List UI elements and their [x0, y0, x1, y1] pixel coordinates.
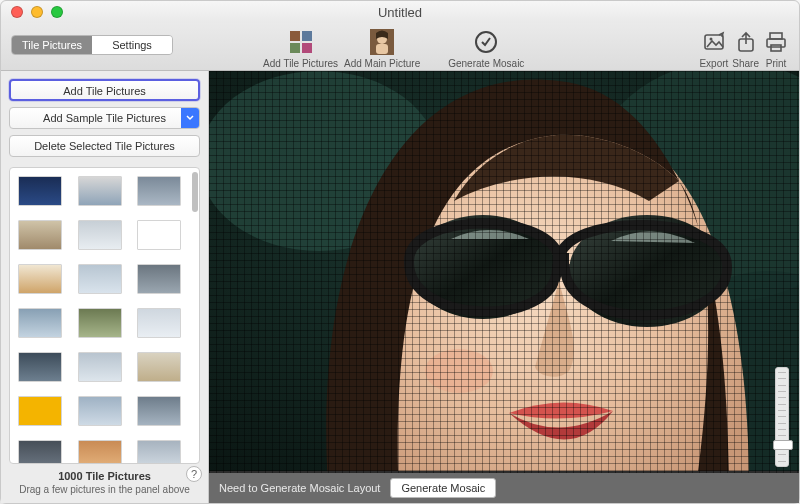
tile-thumbnails-grid[interactable]	[10, 168, 191, 463]
svg-rect-11	[770, 33, 782, 39]
tile-count-label: 1000 Tile Pictures	[9, 470, 200, 482]
toolbar: Tile Pictures Settings Add Tile Pictures…	[1, 23, 799, 71]
toolbar-group-print: Print	[763, 27, 789, 69]
tile-thumbnail[interactable]	[78, 308, 122, 338]
tile-thumbnail[interactable]	[18, 396, 62, 426]
help-icon[interactable]: ?	[186, 466, 202, 482]
window-title: Untitled	[1, 5, 799, 20]
share-icon[interactable]	[733, 29, 759, 55]
tile-thumbnail[interactable]	[78, 440, 122, 463]
toolbar-group-add-main: Add Main Picture	[344, 27, 420, 69]
tile-thumbnail[interactable]	[137, 396, 181, 426]
svg-rect-13	[771, 45, 781, 51]
toolbar-label: Share	[732, 58, 759, 69]
zoom-slider[interactable]	[775, 367, 789, 467]
content-area: Add Tile Pictures Add Sample Tile Pictur…	[1, 71, 799, 503]
app-window: Untitled Tile Pictures Settings Add Tile…	[0, 0, 800, 504]
svg-rect-1	[302, 31, 312, 41]
tile-thumbnail[interactable]	[78, 264, 122, 294]
sidebar-footer: ? 1000 Tile Pictures Drag a few pictures…	[9, 464, 200, 495]
tile-thumbnail[interactable]	[18, 264, 62, 294]
view-segmented-control: Tile Pictures Settings	[11, 35, 173, 55]
tile-thumbnail[interactable]	[137, 220, 181, 250]
svg-rect-6	[376, 44, 388, 54]
tile-thumbnail[interactable]	[137, 264, 181, 294]
tile-thumbnail[interactable]	[18, 220, 62, 250]
titlebar: Untitled	[1, 1, 799, 23]
main-canvas-area: Need to Generate Mosaic Layout Generate …	[209, 71, 799, 503]
tile-thumbnail[interactable]	[78, 176, 122, 206]
print-icon[interactable]	[763, 29, 789, 55]
chevron-down-icon[interactable]	[181, 108, 199, 128]
tile-thumbnails-well	[9, 167, 200, 464]
mosaic-canvas[interactable]	[209, 71, 799, 473]
toolbar-label: Add Main Picture	[344, 58, 420, 69]
sidebar-hint: Drag a few pictures in the panel above	[9, 484, 200, 495]
tile-grid-icon[interactable]	[288, 29, 314, 55]
tile-thumbnail[interactable]	[78, 396, 122, 426]
status-bar: Need to Generate Mosaic Layout Generate …	[209, 473, 799, 503]
scrollbar-track[interactable]	[192, 172, 198, 459]
tile-thumbnail[interactable]	[18, 308, 62, 338]
toolbar-label: Generate Mosaic	[448, 58, 524, 69]
tile-thumbnail[interactable]	[78, 220, 122, 250]
generate-mosaic-button[interactable]: Generate Mosaic	[390, 478, 496, 498]
toolbar-label: Export	[699, 58, 728, 69]
toolbar-group-generate: Generate Mosaic	[448, 27, 524, 69]
scrollbar-thumb[interactable]	[192, 172, 198, 212]
tile-thumbnail[interactable]	[78, 352, 122, 382]
toolbar-group-add-tile: Add Tile Pictures	[263, 27, 338, 69]
svg-point-9	[709, 38, 712, 41]
svg-rect-20	[553, 253, 569, 267]
export-icon[interactable]	[701, 29, 727, 55]
svg-rect-3	[302, 43, 312, 53]
svg-rect-2	[290, 43, 300, 53]
tile-thumbnail[interactable]	[137, 308, 181, 338]
status-message: Need to Generate Mosaic Layout	[219, 482, 380, 494]
add-tile-pictures-button[interactable]: Add Tile Pictures	[9, 79, 200, 101]
tile-thumbnail[interactable]	[137, 176, 181, 206]
sidebar: Add Tile Pictures Add Sample Tile Pictur…	[1, 71, 209, 503]
add-sample-tile-pictures-button[interactable]: Add Sample Tile Pictures	[9, 107, 200, 129]
toolbar-group-export: Export	[699, 27, 728, 69]
svg-rect-0	[290, 31, 300, 41]
generate-icon[interactable]	[473, 29, 499, 55]
toolbar-label: Print	[766, 58, 787, 69]
portrait-icon[interactable]	[369, 29, 395, 55]
delete-selected-tile-pictures-button[interactable]: Delete Selected Tile Pictures	[9, 135, 200, 157]
zoom-knob[interactable]	[773, 440, 793, 450]
tile-thumbnail[interactable]	[137, 352, 181, 382]
toolbar-group-share: Share	[732, 27, 759, 69]
svg-point-21	[425, 349, 493, 393]
button-label: Add Sample Tile Pictures	[43, 112, 166, 124]
tile-thumbnail[interactable]	[18, 352, 62, 382]
tile-thumbnail[interactable]	[18, 176, 62, 206]
tile-thumbnail[interactable]	[18, 440, 62, 463]
tab-tile-pictures[interactable]: Tile Pictures	[12, 36, 92, 54]
tab-settings[interactable]: Settings	[92, 36, 172, 54]
tile-thumbnail[interactable]	[137, 440, 181, 463]
toolbar-label: Add Tile Pictures	[263, 58, 338, 69]
main-picture	[209, 71, 799, 471]
